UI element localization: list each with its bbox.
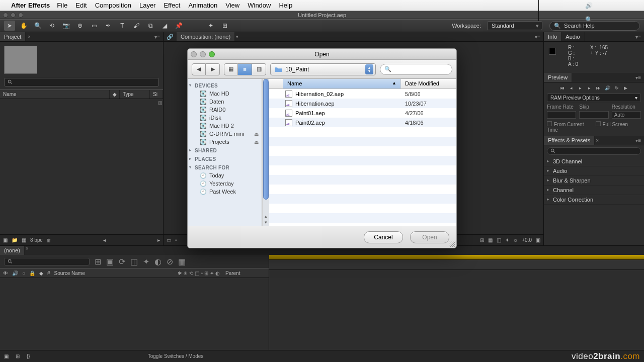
file-row[interactable]: Paint01.aep4/27/06 [269, 108, 456, 118]
guides-icon[interactable]: ▦ [488, 237, 493, 243]
av-icon[interactable]: 👁 [3, 270, 8, 276]
toggle-switches-button[interactable]: Toggle Switches / Modes [148, 353, 204, 359]
preview-tab[interactable]: Preview [544, 73, 572, 82]
3d-icon[interactable]: ✦ [505, 237, 509, 243]
source-col[interactable]: Source Name [54, 270, 174, 276]
project-search[interactable] [4, 78, 159, 86]
next-frame-icon[interactable]: ▸ [586, 85, 593, 90]
footer-icon[interactable]: ▣ [4, 353, 9, 359]
file-rows[interactable]: Hibernation_02.aep5/8/06Hibernation.aep1… [269, 89, 456, 226]
scroll-up-icon[interactable]: ▴ [263, 214, 269, 219]
search-help-field[interactable]: 🔍 Search Help [549, 21, 640, 31]
dialog-close-icon[interactable] [191, 51, 197, 57]
snapshot-icon[interactable]: ▣ [536, 237, 540, 243]
tl-icon[interactable]: ◐ [154, 257, 162, 266]
sidebar-device-item[interactable]: 💽RAID0 [188, 106, 262, 114]
exposure-icon[interactable]: ☼ [513, 237, 518, 243]
scrollbar-thumb[interactable] [263, 79, 269, 200]
effects-category[interactable]: 3D Channel [544, 157, 644, 166]
resolution-field[interactable]: Auto [612, 111, 641, 119]
scroll-down-icon[interactable]: ▾ [263, 220, 269, 225]
panel-menu-icon[interactable]: ▾≡ [632, 75, 644, 80]
audio-col-icon[interactable]: 🔊 [12, 270, 18, 276]
file-row[interactable]: Hibernation_02.aep5/8/06 [269, 89, 456, 99]
axis-tool[interactable]: ✦ [205, 21, 216, 31]
comp-icon[interactable]: ▦ [22, 237, 26, 243]
col-size[interactable]: Si [150, 90, 163, 99]
sidebar-scrollbar[interactable]: ▴ ▾ [262, 79, 269, 226]
dialog-minimize-icon[interactable] [200, 51, 206, 57]
last-frame-icon[interactable]: ⏭ [595, 85, 602, 90]
menu-composition[interactable]: Composition [95, 2, 131, 9]
comp-tab[interactable]: Composition: (none) [177, 32, 235, 41]
nav-back-button[interactable]: ◀ [192, 63, 206, 75]
view-icons-button[interactable]: ▦ [224, 63, 238, 75]
solo-icon[interactable]: ○ [22, 270, 25, 276]
panel-menu-icon[interactable]: ▾≡ [532, 34, 543, 40]
sidebar-shared-header[interactable]: SHARED [188, 146, 262, 154]
menu-edit[interactable]: Edit [75, 2, 87, 9]
effects-search[interactable] [547, 147, 641, 155]
pan-behind-tool[interactable]: ⊕ [74, 21, 86, 31]
label-col-icon[interactable]: ◆ [39, 270, 43, 276]
window-minimize-icon[interactable] [11, 13, 16, 18]
ram-preview-select[interactable]: RAM Preview Options▾ [547, 94, 641, 102]
workspace-select[interactable]: Standard [487, 21, 542, 30]
effects-tab[interactable]: Effects & Presets [544, 136, 595, 145]
puppet-tool[interactable]: 📌 [173, 21, 184, 31]
sidebar-places-header[interactable]: PLACES [188, 154, 262, 163]
eject-icon[interactable]: ⏏ [254, 139, 259, 145]
selection-tool[interactable]: ➤ [4, 21, 15, 31]
location-dropdown[interactable]: 10_Paint ▴▾ [270, 63, 376, 75]
sidebar-device-item[interactable]: 💽Daten [188, 98, 262, 106]
menu-view[interactable]: View [225, 2, 239, 9]
panel-menu-icon[interactable]: ▾≡ [151, 34, 163, 40]
timeline-layers-area[interactable] [0, 278, 269, 350]
project-tab[interactable]: Project [0, 32, 26, 41]
from-current-checkbox[interactable] [547, 121, 552, 126]
viewer-link-icon[interactable]: 🔗 [164, 33, 177, 41]
col-name[interactable]: Name [0, 90, 110, 99]
timeline-search[interactable] [4, 258, 90, 265]
skip-field[interactable] [579, 111, 608, 119]
effects-category[interactable]: Channel [544, 186, 644, 195]
trash-icon[interactable]: 🗑 [46, 237, 51, 243]
comp-dropdown-icon[interactable]: ▾ [236, 34, 238, 39]
interpret-icon[interactable]: ▣ [3, 237, 8, 243]
hand-tool[interactable]: ✋ [18, 21, 29, 31]
footer-icon[interactable]: {} [27, 353, 30, 359]
mag-icon[interactable]: ▭ [167, 237, 171, 243]
bpc-button[interactable]: 8 bpc [30, 237, 42, 243]
parent-col[interactable]: Parent [225, 270, 266, 276]
prev-frame-icon[interactable]: ◂ [568, 85, 575, 90]
audio-icon[interactable]: 🔊 [604, 85, 611, 90]
res-icon[interactable]: ▫ [175, 237, 177, 243]
folder-icon[interactable]: 📁 [12, 237, 18, 243]
resize-handle[interactable] [449, 241, 455, 247]
tl-icon[interactable]: ▦ [178, 257, 186, 266]
text-tool[interactable]: T [117, 21, 128, 31]
footer-icon[interactable]: ⊞ [16, 353, 20, 359]
window-close-icon[interactable] [3, 13, 8, 18]
zoom-tool[interactable]: 🔍 [32, 21, 43, 31]
timeline-ruler[interactable] [269, 255, 644, 260]
sidebar-devices-header[interactable]: DEVICES [188, 81, 262, 89]
eject-icon[interactable]: ⏏ [254, 131, 259, 137]
menu-help[interactable]: Help [279, 2, 292, 9]
sidebar-search-header[interactable]: SEARCH FOR [188, 163, 262, 171]
sidebar-device-item[interactable]: 💽Projects⏏ [188, 138, 262, 146]
nav-right-icon[interactable]: ▸ [157, 237, 160, 243]
sidebar-device-item[interactable]: 💽Mac HD [188, 89, 262, 98]
file-row[interactable]: Paint02.aep4/18/06 [269, 118, 456, 127]
flowchart-icon[interactable]: ⊞ [158, 100, 162, 106]
col-name-header[interactable]: Name▲ [283, 79, 401, 88]
view-list-button[interactable]: ≡ [238, 63, 252, 75]
info-tab[interactable]: Info [544, 32, 561, 41]
sidebar-search-item[interactable]: 🕘Today [188, 171, 262, 179]
num-col[interactable]: # [47, 270, 50, 276]
tl-icon[interactable]: ⟳ [119, 257, 125, 266]
menu-animation[interactable]: Animation [188, 2, 217, 9]
effects-category[interactable]: Color Correction [544, 195, 644, 205]
sidebar-device-item[interactable]: 💽iDisk [188, 114, 262, 122]
menu-effect[interactable]: Effect [164, 2, 180, 9]
